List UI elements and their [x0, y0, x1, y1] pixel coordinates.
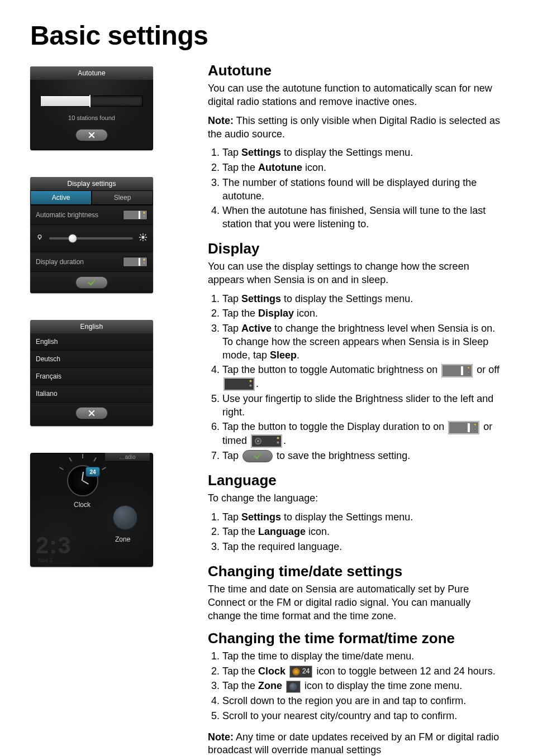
- display-duration-toggle[interactable]: [123, 257, 147, 267]
- autotune-body: 10 stations found: [30, 80, 153, 150]
- step-item: Tap Settings to display the Settings men…: [222, 146, 503, 160]
- slider-thumb[interactable]: [68, 234, 77, 243]
- big-time: 2:3: [36, 532, 72, 559]
- check-icon: [87, 278, 96, 287]
- toggle-on-icon: [448, 421, 479, 434]
- step-item: Tap the Display icon.: [222, 307, 503, 320]
- tab-active[interactable]: Active: [30, 190, 92, 205]
- display-steps: Tap Settings to display the Settings men…: [208, 293, 503, 463]
- toggle-on-icon: [441, 364, 473, 377]
- language-intro: To change the language:: [208, 492, 503, 505]
- list-item[interactable]: English: [30, 333, 153, 351]
- language-titlebar: English: [30, 320, 153, 333]
- autotune-titlebar: Autotune: [30, 66, 153, 80]
- bulb-bright-icon: [139, 233, 147, 244]
- autotune-steps: Tap Settings to display the Settings men…: [208, 146, 503, 231]
- step-item: Tap Active to change the brightness leve…: [222, 322, 503, 362]
- language-screenshot: English English Deutsch Français Italian…: [30, 320, 153, 426]
- brightness-slider[interactable]: [49, 237, 133, 240]
- check-pill-icon: [242, 450, 273, 462]
- section-heading-autotune: Autotune: [208, 61, 503, 80]
- note-label: Note:: [208, 115, 234, 126]
- list-item[interactable]: Italiano: [30, 385, 153, 403]
- auto-brightness-toggle[interactable]: [123, 210, 147, 220]
- big-date: Nov 2: [38, 557, 53, 563]
- note-body: Any time or date updates received by an …: [208, 731, 499, 756]
- clock-face-icon: [292, 668, 300, 676]
- cancel-button[interactable]: [75, 129, 108, 141]
- row-label: Automatic brightness: [36, 211, 98, 219]
- row-display-duration: Display duration: [30, 252, 153, 272]
- close-icon: [88, 409, 96, 417]
- autotune-screenshot: Autotune 10 stations found: [30, 66, 153, 150]
- autotune-intro: You can use the autotune function to aut…: [208, 82, 503, 109]
- clock-24-badge[interactable]: 24: [86, 467, 99, 476]
- autotune-note: Note: This setting is only visible when …: [208, 114, 503, 141]
- display-tabs: Active Sleep: [30, 190, 153, 205]
- language-actions: [30, 403, 153, 426]
- step-item: Tap the Zone icon to display the time zo…: [222, 680, 503, 693]
- time-date-screenshot: …adio 24 Clock Zone 2:3 Nov 2: [30, 453, 153, 567]
- content-column: Autotune You can use the autotune functi…: [208, 61, 503, 756]
- row-label: Display duration: [36, 258, 84, 266]
- step-item: Use your fingertip to slide the Brightne…: [222, 393, 503, 419]
- step-item: Tap Settings to display the Settings men…: [222, 293, 503, 306]
- timedate-intro: The time and date on Sensia are automati…: [208, 583, 503, 623]
- cancel-button[interactable]: [75, 407, 108, 419]
- confirm-button[interactable]: [75, 276, 108, 289]
- display-settings-titlebar: Display settings: [30, 177, 153, 190]
- language-steps: Tap Settings to display the Settings men…: [208, 511, 503, 554]
- step-item: Scroll to your nearest city/country and …: [222, 710, 503, 723]
- close-icon: [88, 131, 96, 139]
- note-body: This setting is only visible when Digita…: [208, 115, 500, 140]
- section-heading-language: Language: [208, 471, 503, 490]
- tab-sleep[interactable]: Sleep: [92, 190, 153, 205]
- zone-label: Zone: [115, 535, 130, 543]
- autotune-status-text: 10 stations found: [37, 114, 146, 121]
- timefmt-steps: Tap the time to display the time/date me…: [208, 650, 503, 723]
- brightness-slider-row: [30, 225, 153, 252]
- globe-icon: [289, 682, 298, 691]
- timeshot-top-tab[interactable]: …adio: [105, 453, 150, 462]
- step-item: Tap the Clock 24 icon to toggle between …: [222, 665, 503, 678]
- timefmt-note: Note: Any time or date updates received …: [208, 731, 503, 756]
- autotune-progressbar[interactable]: [40, 95, 143, 107]
- note-label: Note:: [208, 731, 234, 743]
- step-item: Tap to save the brightness setting.: [222, 449, 503, 463]
- svg-point-0: [38, 235, 41, 238]
- display-settings-screenshot: Display settings Active Sleep Automatic …: [30, 177, 153, 293]
- page: Basic settings Autotune 10 stations foun…: [0, 0, 533, 756]
- bulb-dim-icon: [36, 233, 44, 243]
- step-item: Tap the button to toggle the Display dur…: [222, 420, 503, 448]
- section-heading-timedate: Changing time/date settings: [208, 562, 503, 581]
- display-intro: You can use the display settings to chan…: [208, 260, 503, 287]
- clock-label: Clock: [74, 501, 91, 509]
- step-item: Tap the Language icon.: [222, 525, 503, 539]
- screenshots-column: Autotune 10 stations found Display setti…: [30, 61, 192, 756]
- section-heading-timefmt: Changing the time format/time zone: [208, 629, 503, 648]
- toggle-off-icon: [223, 377, 255, 391]
- step-item: Scroll down to the region you are in and…: [222, 695, 503, 708]
- step-item: Tap the button to toggle Automatic brigh…: [222, 363, 503, 391]
- list-item[interactable]: Français: [30, 368, 153, 385]
- step-item: Tap the required language.: [222, 540, 503, 554]
- page-title: Basic settings: [30, 20, 503, 51]
- step-item: Tap the Autotune icon.: [222, 161, 503, 175]
- toggle-timed-icon: [251, 434, 282, 448]
- section-heading-display: Display: [208, 239, 503, 258]
- step-item: The number of stations found will be dis…: [222, 176, 503, 203]
- two-column-layout: Autotune 10 stations found Display setti…: [30, 61, 503, 756]
- svg-point-1: [141, 236, 144, 238]
- list-item[interactable]: Deutsch: [30, 351, 153, 368]
- step-item: Tap the time to display the time/date me…: [222, 650, 503, 663]
- language-list: English Deutsch Français Italiano: [30, 333, 153, 403]
- clock-24-chip-icon: 24: [289, 666, 312, 678]
- row-auto-brightness: Automatic brightness: [30, 205, 153, 225]
- step-item: Tap Settings to display the Settings men…: [222, 511, 503, 524]
- step-item: When the autotune has finished, Sensia w…: [222, 204, 503, 231]
- confirm-bar: [30, 272, 153, 293]
- zone-chip-icon: [286, 681, 301, 693]
- zone-icon[interactable]: [113, 505, 137, 530]
